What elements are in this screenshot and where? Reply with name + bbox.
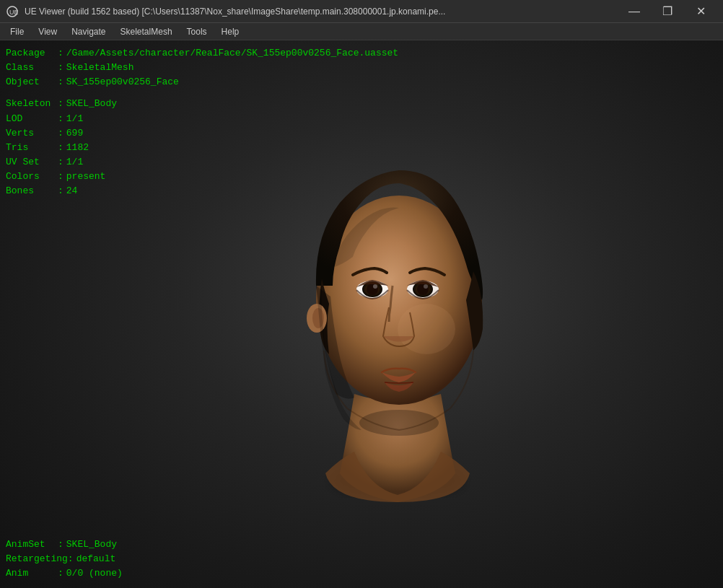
- close-button[interactable]: ✕: [684, 0, 717, 23]
- object-key: Object: [6, 75, 58, 89]
- anim-value: 0/0 (none): [66, 566, 123, 581]
- object-value: SK_155ep00v0256_Face: [66, 75, 179, 89]
- colors-line: Colors : present: [6, 170, 398, 184]
- menu-file[interactable]: File: [3, 25, 31, 38]
- title-bar: UE UE Viewer (build 1562 based) [C:\User…: [0, 0, 723, 23]
- lod-key: LOD: [6, 112, 58, 126]
- menu-view[interactable]: View: [31, 25, 64, 38]
- animset-line: AnimSet : SKEL_Body: [6, 537, 123, 552]
- window-title: UE Viewer (build 1562 based) [C:\Users\1…: [25, 6, 612, 17]
- retargeting-line: Retargeting : default: [6, 552, 123, 566]
- menu-help[interactable]: Help: [214, 25, 247, 38]
- skeleton-line: Skeleton : SKEL_Body: [6, 97, 398, 111]
- animset-value: SKEL_Body: [66, 537, 117, 552]
- package-key: Package: [6, 46, 58, 61]
- verts-value: 699: [66, 126, 83, 141]
- svg-point-15: [359, 410, 439, 436]
- svg-text:UE: UE: [9, 9, 18, 16]
- info-overlay: Package : /Game/Assets/character/RealFac…: [6, 46, 398, 198]
- bones-line: Bones : 24: [6, 184, 398, 198]
- verts-line: Verts : 699: [6, 126, 398, 141]
- menu-bar: File View Navigate SkeletalMesh Tools He…: [0, 23, 723, 40]
- bones-value: 24: [66, 184, 78, 198]
- verts-key: Verts: [6, 126, 58, 141]
- tris-key: Tris: [6, 141, 58, 155]
- uvset-value: 1/1: [66, 155, 83, 170]
- class-line: Class : SkeletalMesh: [6, 61, 398, 75]
- tris-value: 1182: [66, 141, 89, 155]
- uvset-key: UV Set: [6, 155, 58, 170]
- minimize-button[interactable]: —: [618, 0, 651, 23]
- object-line: Object : SK_155ep00v0256_Face: [6, 75, 398, 89]
- animset-key: AnimSet: [6, 537, 58, 552]
- menu-navigate[interactable]: Navigate: [64, 25, 113, 38]
- package-line: Package : /Game/Assets/character/RealFac…: [6, 46, 398, 61]
- window-controls: — ❐ ✕: [618, 0, 717, 23]
- main-viewport[interactable]: Package : /Game/Assets/character/RealFac…: [0, 40, 723, 588]
- svg-point-4: [398, 304, 455, 354]
- spacer1: [6, 89, 398, 97]
- svg-point-12: [424, 284, 428, 289]
- tris-line: Tris : 1182: [6, 141, 398, 155]
- menu-skeletalmesh[interactable]: SkeletalMesh: [113, 25, 180, 38]
- lod-line: LOD : 1/1: [6, 112, 398, 126]
- lod-value: 1/1: [66, 112, 83, 126]
- anim-line: Anim : 0/0 (none): [6, 566, 123, 581]
- colors-key: Colors: [6, 170, 58, 184]
- maximize-button[interactable]: ❐: [651, 0, 684, 23]
- svg-point-8: [373, 284, 377, 289]
- skeleton-value: SKEL_Body: [66, 97, 117, 111]
- bottom-overlay: AnimSet : SKEL_Body Retargeting : defaul…: [6, 537, 123, 581]
- anim-key: Anim: [6, 566, 58, 581]
- package-value: /Game/Assets/character/RealFace/SK_155ep…: [66, 46, 398, 61]
- retargeting-value: default: [76, 552, 116, 566]
- class-value: SkeletalMesh: [66, 61, 134, 75]
- menu-tools[interactable]: Tools: [180, 25, 214, 38]
- skeleton-key: Skeleton: [6, 97, 58, 111]
- app-icon: UE: [6, 5, 19, 18]
- retargeting-key: Retargeting: [6, 552, 68, 566]
- colors-value: present: [66, 170, 106, 184]
- class-key: Class: [6, 61, 58, 75]
- bones-key: Bones: [6, 184, 58, 198]
- uvset-line: UV Set : 1/1: [6, 155, 398, 170]
